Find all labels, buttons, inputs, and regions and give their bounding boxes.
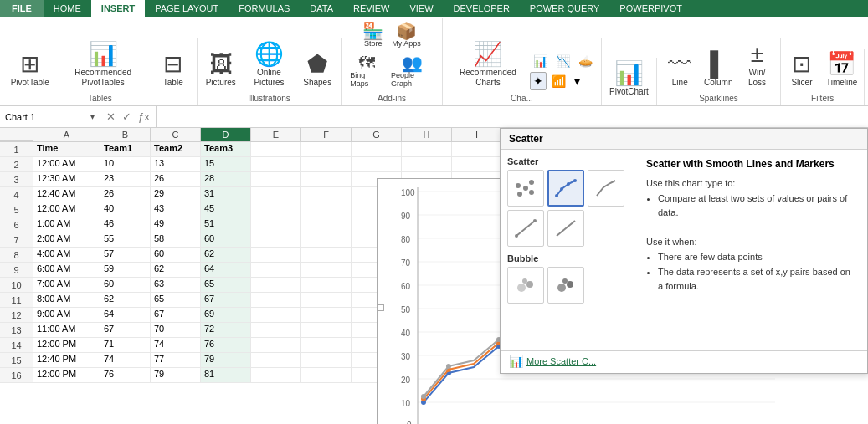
col-header-a[interactable]: A [33,128,100,141]
bubble-3d-button[interactable] [547,267,584,304]
recommended-pivot-button[interactable]: 📊 Recommended PivotTables [53,40,152,90]
cell-empty-8-1[interactable] [301,278,352,293]
cell-c15[interactable]: 77 [151,353,201,368]
row-num-15[interactable]: 15 [0,353,33,368]
scatter-chart-button[interactable]: ✦ [530,72,547,90]
cell-empty-2-0[interactable] [251,187,301,202]
pictures-button[interactable]: 🖼 Pictures [203,50,239,90]
cell-a15[interactable]: 12:40 PM [33,353,100,368]
cell-empty-9-1[interactable] [301,293,352,308]
cell-a2[interactable]: 12:00 AM [33,157,100,172]
cell-empty-4-0[interactable] [251,217,301,232]
bubble-button[interactable] [507,267,544,304]
cell-a6[interactable]: 1:00 AM [33,217,100,232]
column-sparkline-button[interactable]: ▌ Column [700,50,737,90]
cell-c4[interactable]: 29 [151,187,201,202]
cell-d8[interactable]: 62 [201,248,251,263]
row-num-11[interactable]: 11 [0,293,33,308]
cell-empty-5-0[interactable] [251,232,301,248]
cell-b8[interactable]: 57 [100,248,151,263]
cell-g1[interactable] [352,142,402,157]
recommended-charts-button[interactable]: 📈 Recommended Charts [448,40,528,90]
cell-c5[interactable]: 43 [151,202,201,217]
cell-d15[interactable]: 79 [201,353,251,368]
cell-b7[interactable]: 55 [100,232,151,248]
cell-a16[interactable]: 12:00 PM [33,368,100,383]
cell-empty-11-1[interactable] [301,323,352,338]
cell-c13[interactable]: 70 [151,323,201,338]
people-graph-button[interactable]: 👥 People Graph [388,52,437,90]
cell-empty-13-1[interactable] [301,353,352,368]
cell-a9[interactable]: 6:00 AM [33,263,100,278]
cell-c12[interactable]: 67 [151,308,201,323]
cell-f1[interactable] [301,142,352,157]
row-num-5[interactable]: 5 [0,202,33,217]
cell-d13[interactable]: 72 [201,323,251,338]
cell-c14[interactable]: 74 [151,338,201,353]
tab-developer[interactable]: DEVELOPER [444,0,520,17]
cell-a7[interactable]: 2:00 AM [33,232,100,248]
cell-d12[interactable]: 69 [201,308,251,323]
cell-c2[interactable]: 13 [151,157,201,172]
cell-c6[interactable]: 49 [151,217,201,232]
cell-c8[interactable]: 60 [151,248,201,263]
waterfall-chart-button[interactable]: 📶 [548,72,569,90]
cell-e1[interactable] [251,142,301,157]
cell-d6[interactable]: 51 [201,217,251,232]
cell-d9[interactable]: 64 [201,263,251,278]
scatter-dots-button[interactable] [507,170,544,207]
cell-a8[interactable]: 4:00 AM [33,248,100,263]
cell-empty-3-1[interactable] [301,202,352,217]
tab-data[interactable]: DATA [300,0,343,17]
cell-b2[interactable]: 10 [100,157,151,172]
pivot-table-button[interactable]: ⊞ PivotTable [8,50,51,90]
cell-empty-0-0[interactable] [251,157,301,172]
more-scatter-link[interactable]: More Scatter C... [526,356,596,366]
cancel-formula-button[interactable]: ✕ [104,110,118,123]
line-chart-button[interactable]: 📉 [552,52,573,70]
tab-formulas[interactable]: FORMULAS [229,0,300,17]
row-num-6[interactable]: 6 [0,217,33,232]
tab-review[interactable]: REVIEW [343,0,399,17]
scatter-straight-lines-button[interactable] [547,210,584,247]
cell-empty-14-1[interactable] [301,368,352,383]
line-sparkline-button[interactable]: 〰 Line [661,50,698,90]
col-header-d[interactable]: D [201,128,251,141]
cell-d7[interactable]: 60 [201,232,251,248]
col-header-f[interactable]: F [301,128,352,141]
cell-c9[interactable]: 62 [151,263,201,278]
cell-empty-12-1[interactable] [301,338,352,353]
tab-home[interactable]: HOME [44,0,91,17]
row-num-12[interactable]: 12 [0,308,33,323]
name-box[interactable]: Chart 1 ▾ [0,110,100,124]
cell-empty-0-4[interactable] [452,157,502,172]
cell-b11[interactable]: 62 [100,293,151,308]
cell-c16[interactable]: 79 [151,368,201,383]
cell-b3[interactable]: 23 [100,172,151,187]
col-header-c[interactable]: C [151,128,201,141]
cell-empty-9-0[interactable] [251,293,301,308]
row-num-8[interactable]: 8 [0,248,33,263]
cell-empty-8-0[interactable] [251,278,301,293]
tab-file[interactable]: FILE [0,0,44,17]
confirm-formula-button[interactable]: ✓ [120,110,134,123]
cell-empty-0-2[interactable] [352,157,402,172]
timeline-button[interactable]: 📅 Timeline [822,50,861,90]
cell-empty-14-0[interactable] [251,368,301,383]
store-button[interactable]: 🏪 Store [359,20,387,50]
cell-b15[interactable]: 74 [100,353,151,368]
cell-a4[interactable]: 12:40 AM [33,187,100,202]
cell-a1[interactable]: Time [33,142,100,157]
row-num-14[interactable]: 14 [0,338,33,353]
scatter-smooth-lines-button[interactable] [588,170,624,207]
cell-a12[interactable]: 9:00 AM [33,308,100,323]
cell-b4[interactable]: 26 [100,187,151,202]
row-num-4[interactable]: 4 [0,187,33,202]
row-num-9[interactable]: 9 [0,263,33,278]
cell-c11[interactable]: 65 [151,293,201,308]
row-num-13[interactable]: 13 [0,323,33,338]
tab-view[interactable]: VIEW [399,0,443,17]
cell-a3[interactable]: 12:30 AM [33,172,100,187]
insert-function-button[interactable]: ƒx [136,110,152,123]
cell-empty-1-1[interactable] [301,172,352,187]
